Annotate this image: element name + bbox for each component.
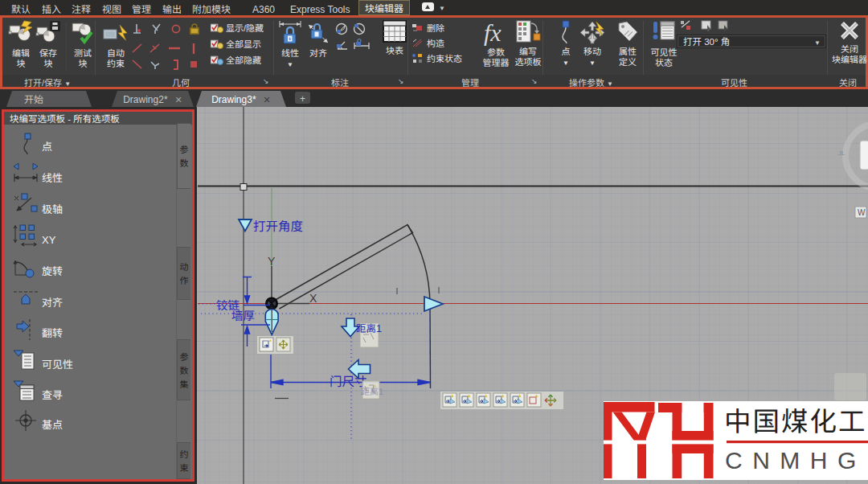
svg-text:中国煤化工: 中国煤化工 bbox=[724, 401, 867, 439]
svg-text:CNMHG: CNMHG bbox=[725, 447, 866, 474]
svg-text:fx: fx bbox=[484, 20, 502, 46]
